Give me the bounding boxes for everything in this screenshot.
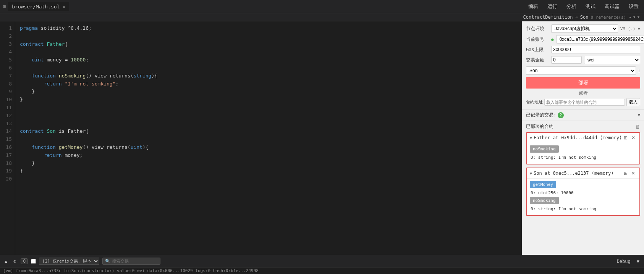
bottom-left: ▲ ⊘ 0 [2] 仅remix交易, 脚本 🔍 — [3, 258, 612, 265]
amount-unit-select[interactable]: wei — [584, 56, 640, 64]
bottom-arrow-down-btn[interactable]: ▼ — [635, 258, 641, 265]
son-card-label: Son at 0xec5...e2137 (memory) — [534, 171, 614, 176]
debugger-btn[interactable]: 调试器 — [602, 2, 622, 11]
console-area: [vm] from:0xca3...a733c to:Son.(construc… — [0, 267, 644, 274]
settings-btn[interactable]: 设置 — [626, 2, 641, 11]
son-close-btn[interactable]: ✕ — [630, 170, 636, 176]
son-card-body: getMoney 0: uint256: 10000 noSmoking 0: … — [527, 179, 639, 215]
contract-select-row: Son i — [526, 66, 640, 75]
right-panel: 节点环境 JavaScript虚拟机 VM (-) ▼ 当前账号 ● 0xca3… — [522, 21, 644, 255]
father-close-btn[interactable]: ✕ — [630, 135, 636, 141]
tx-filter-select[interactable]: [2] 仅remix交易, 脚本 — [39, 258, 99, 265]
rp-config: 节点环境 JavaScript虚拟机 VM (-) ▼ 当前账号 ● 0xca3… — [522, 21, 644, 110]
father-collapse-btn[interactable]: ▼ — [530, 136, 532, 140]
nosmoking-result-son: 0: string: I'm not somking — [530, 206, 636, 213]
contract-addr-input[interactable] — [544, 99, 625, 106]
run-btn[interactable]: 运行 — [545, 2, 560, 11]
son-copy-btn[interactable]: ⊞ — [623, 170, 629, 176]
amount-label: 交易金额 — [526, 57, 549, 63]
account-dot: ● — [551, 37, 554, 42]
code-area[interactable]: 12345 678910 1112131415 1617181920 pragm… — [0, 21, 522, 255]
father-card-body: noSmoking 0: string: I'm not somking — [527, 143, 639, 164]
gas-input[interactable] — [551, 46, 640, 53]
breadcrumb-nav: ▲ ▼ ▼ — [628, 16, 640, 19]
father-copy-btn[interactable]: ⊞ — [623, 135, 629, 141]
nosmoking-btn-father[interactable]: noSmoking — [530, 145, 559, 153]
analyze-btn[interactable]: 分析 — [564, 2, 579, 11]
contract-info-icon[interactable]: i — [638, 68, 640, 73]
search-icon: 🔍 — [105, 259, 110, 264]
or-text: 或者 — [526, 90, 640, 97]
nosmoking-result-father: 0: string: I'm not somking — [530, 154, 636, 161]
account-label: 当前账号 — [526, 36, 549, 43]
tx-badge: 2 — [558, 112, 564, 118]
edit-btn[interactable]: 编辑 — [526, 2, 540, 11]
father-card-title: ▼ Father at 0x9dd...d44dd (memory) — [530, 135, 622, 140]
breadcrumb-down[interactable]: ▼ — [633, 16, 636, 19]
count-badge: 0 — [21, 258, 28, 264]
getmoney-btn[interactable]: getMoney — [530, 181, 556, 188]
son-collapse-btn[interactable]: ▼ — [530, 171, 532, 176]
vm-dropdown[interactable]: ▼ — [638, 26, 640, 31]
active-tab[interactable]: browser/Math.sol ✕ — [8, 2, 69, 11]
node-env-row: 节点环境 JavaScript虚拟机 VM (-) ▼ — [526, 24, 640, 33]
father-card-actions: ⊞ ✕ — [623, 135, 636, 141]
search-input[interactable] — [112, 259, 158, 264]
bottom-arrow-up[interactable]: ▲ — [3, 258, 9, 265]
breadcrumb-name: Son — [580, 15, 589, 20]
father-card-header: ▼ Father at 0x9dd...d44dd (memory) ⊞ ✕ — [527, 133, 639, 143]
tab-label: browser/Math.sol — [12, 4, 60, 10]
deploy-btn[interactable]: 部署 — [526, 77, 640, 89]
tx-section-left: 已记录的交易: 2 — [526, 112, 564, 118]
trash-icon[interactable]: 🗑 — [636, 124, 640, 129]
breadcrumb-bar: ContractDefinition ➜ Son 0 reference(s) … — [0, 13, 644, 21]
amount-row: 交易金额 wei — [526, 56, 640, 64]
nosmoking-btn-son[interactable]: noSmoking — [530, 197, 559, 204]
bottom-clear-btn[interactable]: ⊘ — [12, 258, 18, 265]
top-actions: 编辑 运行 分析 测试 调试器 设置 — [526, 2, 641, 11]
line-numbers: 12345 678910 1112131415 1617181920 — [0, 21, 15, 255]
tx-section: 已记录的交易: 2 ▼ — [522, 110, 644, 121]
account-row: 当前账号 ● 0xca3...a733c (99.999999999999859… — [526, 35, 640, 44]
code-editor: 12345 678910 1112131415 1617181920 pragm… — [0, 21, 522, 255]
gas-row: Gas上限 — [526, 46, 640, 53]
breadcrumb-ref: 0 reference(s) — [591, 15, 626, 20]
contract-select[interactable]: Son — [526, 66, 636, 75]
deployed-header: 已部署的合约 🗑 — [526, 123, 640, 130]
code-text[interactable]: pragma solidity ^0.4.16; contract Father… — [15, 21, 522, 255]
deployed-title: 已部署的合约 — [526, 123, 553, 130]
contract-addr-label: 合约地址 — [526, 99, 543, 105]
father-card-label: Father at 0x9dd...d44dd (memory) — [534, 135, 622, 140]
son-contract-card: ▼ Son at 0xec5...e2137 (memory) ⊞ ✕ getM… — [526, 168, 640, 216]
contract-addr-row: 合约地址 载入 — [526, 98, 640, 106]
tx-expand-btn[interactable]: ▼ — [638, 113, 640, 118]
test-btn[interactable]: 测试 — [583, 2, 598, 11]
main-layout: 12345 678910 1112131415 1617181920 pragm… — [0, 21, 644, 255]
gas-label: Gas上限 — [526, 47, 549, 53]
getmoney-result: 0: uint256: 10000 — [530, 190, 636, 197]
breadcrumb-sep: ➜ — [575, 15, 578, 20]
son-card-header: ▼ Son at 0xec5...e2137 (memory) ⊞ ✕ — [527, 168, 639, 179]
bottom-bar: ▲ ⊘ 0 [2] 仅remix交易, 脚本 🔍 Debug ▼ — [0, 255, 644, 267]
deployed-section: 已部署的合约 🗑 ▼ Father at 0x9dd...d44dd (memo… — [522, 121, 644, 220]
tab-bar: ⊞ browser/Math.sol ✕ — [3, 2, 523, 11]
amount-input[interactable] — [551, 56, 582, 64]
top-bar: ⊞ browser/Math.sol ✕ 编辑 运行 分析 测试 调试器 设置 — [0, 0, 644, 13]
split-icon[interactable]: ⊞ — [3, 4, 6, 9]
load-contract-btn[interactable]: 载入 — [626, 98, 640, 106]
breadcrumb-contract: ContractDefinition — [523, 15, 573, 20]
search-box: 🔍 — [102, 258, 160, 265]
node-env-select[interactable]: JavaScript虚拟机 — [551, 24, 618, 33]
tab-close-btn[interactable]: ✕ — [63, 5, 65, 9]
filter-checkbox[interactable] — [31, 259, 36, 264]
son-card-actions: ⊞ ✕ — [623, 170, 636, 176]
breadcrumb-up[interactable]: ▲ — [628, 16, 632, 19]
node-env-label: 节点环境 — [526, 26, 549, 32]
breadcrumb-expand[interactable]: ▼ — [637, 16, 640, 19]
debug-btn[interactable]: Debug — [615, 258, 632, 265]
son-card-title: ▼ Son at 0xec5...e2137 (memory) — [530, 171, 614, 176]
father-contract-card: ▼ Father at 0x9dd...d44dd (memory) ⊞ ✕ n… — [526, 132, 640, 164]
console-line: [vm] from:0xca3...a733c to:Son.(construc… — [3, 268, 641, 273]
vm-label: VM (-) — [620, 26, 636, 31]
account-select[interactable]: 0xca3...a733c (99.99999999999985924C — [556, 35, 644, 44]
